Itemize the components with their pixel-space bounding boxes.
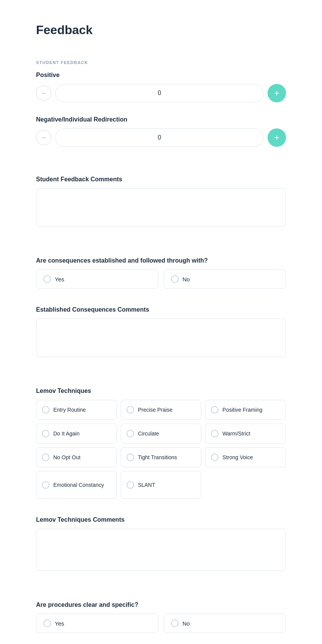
- technique-warm-strict[interactable]: Warm/Strict: [205, 424, 286, 444]
- consequences-question: Are consequences established and followe…: [36, 257, 286, 264]
- technique-slant[interactable]: SLANT: [121, 471, 202, 499]
- positive-increment-button[interactable]: [268, 84, 286, 102]
- consequences-yes-label: Yes: [55, 276, 64, 283]
- negative-increment-button[interactable]: [268, 128, 286, 147]
- technique-do-it-again[interactable]: Do It Again: [36, 424, 117, 444]
- technique-circulate-label: Circulate: [138, 430, 159, 437]
- techniques-grid-empty: [205, 471, 286, 499]
- positive-counter-row: [36, 84, 286, 102]
- negative-decrement-button[interactable]: [36, 130, 51, 145]
- established-consequences-comments-label: Established Consequences Comments: [36, 306, 286, 313]
- technique-precise-praise[interactable]: Precise Praise: [121, 400, 202, 420]
- technique-strong-voice-radio: [211, 453, 219, 461]
- consequences-yes-radio: [43, 275, 51, 283]
- consequences-yes-option[interactable]: Yes: [36, 269, 158, 289]
- negative-counter-row: [36, 128, 286, 147]
- procedures-no-option[interactable]: No: [164, 614, 286, 633]
- technique-strong-voice-label: Strong Voice: [222, 454, 253, 460]
- procedures-yes-label: Yes: [55, 620, 64, 627]
- student-feedback-comments-textarea[interactable]: [36, 188, 286, 227]
- lemov-techniques-grid: Entry Routine Precise Praise Positive Fr…: [36, 400, 286, 499]
- technique-circulate-radio: [127, 430, 134, 437]
- procedures-yes-radio: [43, 619, 51, 627]
- technique-precise-praise-radio: [127, 406, 134, 414]
- technique-emotional-constancy-radio: [42, 481, 49, 489]
- consequences-no-radio: [171, 275, 179, 283]
- technique-entry-routine[interactable]: Entry Routine: [36, 400, 117, 420]
- technique-entry-routine-label: Entry Routine: [53, 407, 86, 413]
- positive-counter-block: Positive: [36, 72, 286, 102]
- technique-entry-routine-radio: [42, 406, 49, 414]
- lemov-comments-label: Lemov Techniques Comments: [36, 516, 286, 523]
- technique-positive-framing-label: Positive Framing: [222, 407, 262, 413]
- technique-strong-voice[interactable]: Strong Voice: [205, 447, 286, 467]
- technique-slant-radio: [127, 481, 134, 489]
- technique-do-it-again-label: Do It Again: [53, 430, 80, 437]
- technique-positive-framing-radio: [211, 406, 219, 414]
- consequences-section: Are consequences established and followe…: [36, 257, 286, 358]
- lemov-comments-textarea[interactable]: [36, 529, 286, 571]
- technique-tight-transitions-label: Tight Transitions: [138, 454, 177, 460]
- positive-decrement-button[interactable]: [36, 85, 51, 101]
- student-feedback-section: STUDENT FEEDBACK Positive Negative/Indiv…: [36, 60, 286, 228]
- technique-emotional-constancy-label: Emotional Constancy: [53, 482, 104, 488]
- negative-label: Negative/Individual Redirection: [36, 116, 286, 123]
- established-consequences-comments-textarea[interactable]: [36, 319, 286, 357]
- technique-tight-transitions-radio: [127, 453, 134, 461]
- technique-circulate[interactable]: Circulate: [121, 424, 202, 444]
- procedures-yes-option[interactable]: Yes: [36, 614, 158, 633]
- positive-label: Positive: [36, 72, 286, 79]
- technique-warm-strict-label: Warm/Strict: [222, 430, 250, 437]
- student-feedback-label: STUDENT FEEDBACK: [36, 60, 286, 65]
- negative-counter-block: Negative/Individual Redirection: [36, 116, 286, 147]
- technique-positive-framing[interactable]: Positive Framing: [205, 400, 286, 420]
- page-title: Feedback: [36, 23, 286, 37]
- technique-precise-praise-label: Precise Praise: [138, 407, 172, 413]
- procedures-no-label: No: [182, 620, 190, 627]
- negative-input[interactable]: [55, 128, 264, 147]
- student-feedback-comments-block: Student Feedback Comments: [36, 176, 286, 228]
- student-feedback-comments-label: Student Feedback Comments: [36, 176, 286, 183]
- consequences-radio-group: Yes No: [36, 269, 286, 289]
- procedures-question: Are procedures clear and specific?: [36, 601, 286, 608]
- technique-do-it-again-radio: [42, 430, 49, 437]
- technique-emotional-constancy[interactable]: Emotional Constancy: [36, 471, 117, 499]
- technique-no-opt-out-radio: [42, 453, 49, 461]
- consequences-no-label: No: [182, 276, 190, 283]
- technique-no-opt-out[interactable]: No Opt Out: [36, 447, 117, 467]
- procedures-no-radio: [171, 619, 179, 627]
- procedures-section: Are procedures clear and specific? Yes N…: [36, 601, 286, 633]
- technique-warm-strict-radio: [211, 430, 219, 437]
- technique-slant-label: SLANT: [138, 482, 155, 488]
- positive-input[interactable]: [55, 84, 264, 102]
- lemov-section: Lemov Techniques Entry Routine Precise P…: [36, 388, 286, 572]
- technique-no-opt-out-label: No Opt Out: [53, 454, 80, 460]
- procedures-radio-group: Yes No: [36, 614, 286, 633]
- technique-tight-transitions[interactable]: Tight Transitions: [121, 447, 202, 467]
- lemov-label: Lemov Techniques: [36, 388, 286, 394]
- consequences-no-option[interactable]: No: [164, 269, 286, 289]
